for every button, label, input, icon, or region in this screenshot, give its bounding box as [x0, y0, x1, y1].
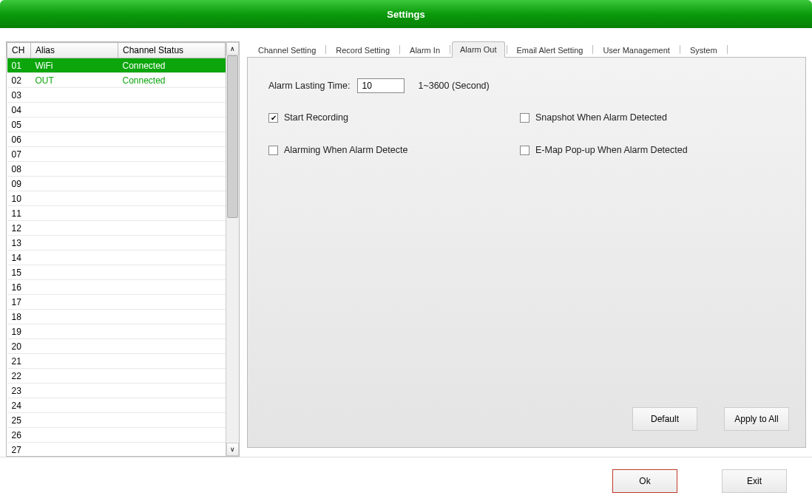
start-recording-label: Start Recording — [284, 112, 348, 123]
alarm-lasting-time-input[interactable] — [357, 78, 405, 93]
start-recording-checkbox-row[interactable]: Start Recording — [268, 112, 520, 123]
alarm-lasting-time-label: Alarm Lasting Time: — [268, 81, 350, 91]
table-row[interactable]: 23 — [7, 384, 226, 398]
alarming-label: Alarming When Alarm Detecte — [284, 145, 407, 155]
scroll-thumb[interactable] — [227, 55, 238, 218]
channel-scrollbar[interactable]: ∧ ∨ — [226, 42, 239, 456]
window-titlebar: Settings — [0, 0, 812, 28]
table-row[interactable]: 10 — [7, 191, 226, 206]
table-row[interactable]: 11 — [7, 206, 226, 221]
alarm-lasting-time-hint: 1~3600 (Second) — [418, 81, 489, 91]
table-row[interactable]: 14 — [7, 251, 226, 265]
ok-button[interactable]: Ok — [612, 469, 677, 493]
table-row[interactable]: 09 — [7, 177, 226, 191]
table-row[interactable]: 12 — [7, 221, 226, 236]
table-row[interactable]: 25 — [7, 413, 226, 428]
emap-label: E-Map Pop-up When Alarm Detected — [535, 145, 688, 155]
table-row[interactable]: 07 — [7, 147, 226, 162]
table-row[interactable]: 19 — [7, 324, 226, 339]
scroll-down-icon[interactable]: ∨ — [226, 443, 239, 456]
table-row[interactable]: 06 — [7, 132, 226, 147]
tab-channel-setting[interactable]: Channel Setting — [250, 42, 324, 58]
tab-user-management[interactable]: User Management — [595, 42, 678, 58]
table-row[interactable]: 17 — [7, 295, 226, 310]
table-row[interactable]: 22 — [7, 369, 226, 384]
snapshot-label: Snapshot When Alarm Detected — [535, 112, 667, 123]
table-row[interactable]: 18 — [7, 310, 226, 324]
table-row[interactable]: 16 — [7, 280, 226, 295]
emap-checkbox[interactable] — [520, 146, 530, 155]
table-row[interactable]: 03 — [7, 88, 226, 103]
table-row[interactable]: 02OUTConnected — [7, 73, 226, 88]
col-header-status[interactable]: Channel Status — [118, 43, 226, 58]
table-row[interactable]: 26 — [7, 428, 226, 443]
table-row[interactable]: 27 — [7, 443, 226, 457]
alarming-checkbox-row[interactable]: Alarming When Alarm Detecte — [268, 145, 520, 155]
col-header-ch[interactable]: CH — [7, 43, 31, 58]
table-row[interactable]: 15 — [7, 265, 226, 280]
tab-alarm-in[interactable]: Alarm In — [402, 42, 448, 58]
snapshot-checkbox-row[interactable]: Snapshot When Alarm Detected — [520, 112, 785, 123]
emap-checkbox-row[interactable]: E-Map Pop-up When Alarm Detected — [520, 145, 785, 155]
tab-alarm-out-content: Alarm Lasting Time: 1~3600 (Second) Star… — [247, 58, 806, 448]
apply-to-all-button[interactable]: Apply to All — [724, 407, 789, 431]
table-row[interactable]: 13 — [7, 236, 226, 251]
tabs-bar: Channel SettingRecord SettingAlarm InAla… — [247, 41, 806, 58]
settings-right-panel: Channel SettingRecord SettingAlarm InAla… — [247, 41, 806, 457]
tab-system[interactable]: System — [682, 42, 725, 58]
table-row[interactable]: 04 — [7, 103, 226, 118]
default-button[interactable]: Default — [632, 407, 697, 431]
snapshot-checkbox[interactable] — [520, 113, 530, 123]
tab-alarm-out[interactable]: Alarm Out — [452, 41, 505, 58]
table-row[interactable]: 05 — [7, 118, 226, 132]
table-row[interactable]: 21 — [7, 354, 226, 369]
table-row[interactable]: 24 — [7, 398, 226, 413]
table-row[interactable]: 20 — [7, 339, 226, 354]
table-row[interactable]: 01WiFiConnected — [7, 58, 226, 73]
channel-table: CH Alias Channel Status 01WiFiConnected0… — [7, 42, 226, 456]
window-title: Settings — [387, 9, 424, 20]
table-row[interactable]: 08 — [7, 162, 226, 177]
start-recording-checkbox[interactable] — [268, 113, 278, 123]
alarming-checkbox[interactable] — [268, 146, 278, 155]
exit-button[interactable]: Exit — [722, 469, 787, 493]
col-header-alias[interactable]: Alias — [31, 43, 118, 58]
dialog-footer: Ok Exit — [0, 457, 812, 504]
scroll-up-icon[interactable]: ∧ — [226, 42, 239, 55]
tab-record-setting[interactable]: Record Setting — [328, 42, 398, 58]
tab-email-alert-setting[interactable]: Email Alert Setting — [509, 42, 592, 58]
channel-list-panel: CH Alias Channel Status 01WiFiConnected0… — [6, 41, 240, 457]
